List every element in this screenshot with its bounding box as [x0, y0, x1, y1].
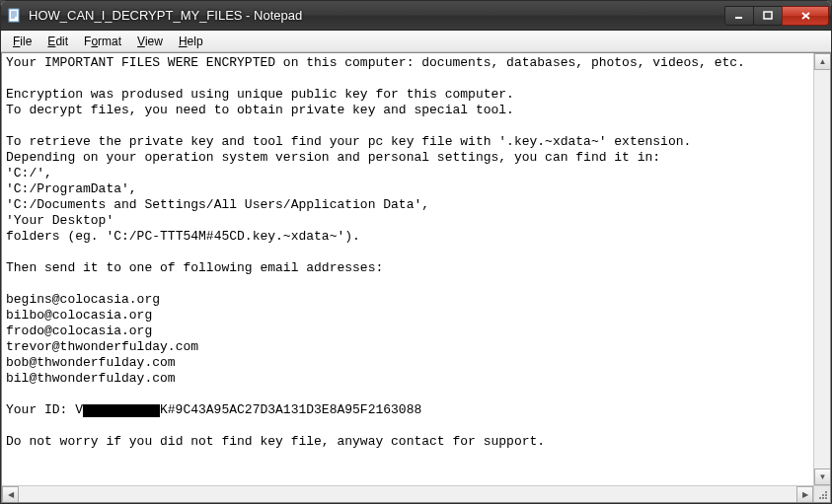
- menubar: File Edit Format View Help: [1, 31, 831, 52]
- scroll-down-button[interactable]: ▼: [814, 468, 831, 485]
- text-line: Do not worry if you did not find key fil…: [6, 434, 545, 449]
- text-area[interactable]: Your IMPORTANT FILES WERE ENCRYPTED on t…: [2, 53, 813, 485]
- text-line: 'Your Desktop': [6, 213, 113, 228]
- text-line: frodo@colocasia.org: [6, 324, 152, 338]
- scroll-right-button[interactable]: ▶: [796, 486, 813, 503]
- scroll-track-h[interactable]: [19, 486, 796, 502]
- menu-edit[interactable]: Edit: [39, 33, 76, 50]
- text-line: Depending on your operation system versi…: [6, 150, 660, 165]
- text-line: Encryption was prodused using unique pub…: [6, 87, 514, 102]
- menu-help[interactable]: Help: [171, 33, 211, 50]
- text-line: To retrieve the private key and tool fin…: [6, 134, 691, 149]
- titlebar[interactable]: HOW_CAN_I_DECRYPT_MY_FILES - Notepad: [1, 1, 831, 31]
- menu-view[interactable]: View: [129, 33, 171, 50]
- redacted-block: [83, 404, 160, 417]
- menu-format[interactable]: Format: [76, 33, 129, 50]
- text-line: To decrypt files, you need to obtain pri…: [6, 103, 514, 117]
- text-line: Then send it to one of following email a…: [6, 260, 383, 275]
- vertical-scrollbar[interactable]: ▲ ▼: [813, 53, 830, 485]
- horizontal-scrollbar[interactable]: ◀ ▶: [2, 485, 813, 502]
- text-line: 'C:/ProgramData',: [6, 181, 137, 196]
- window-controls: [725, 6, 829, 26]
- id-suffix: K#9C43A95AC27D3A131D3E8A95F2163088: [160, 402, 421, 417]
- scroll-left-button[interactable]: ◀: [2, 486, 19, 503]
- text-line: folders (eg. 'C:/PC-TTT54M#45CD.key.~xda…: [6, 229, 360, 244]
- maximize-button[interactable]: [753, 6, 783, 26]
- notepad-window: HOW_CAN_I_DECRYPT_MY_FILES - Notepad Fil…: [0, 0, 832, 504]
- close-button[interactable]: [782, 6, 829, 26]
- svg-rect-6: [764, 12, 772, 19]
- window-title: HOW_CAN_I_DECRYPT_MY_FILES - Notepad: [29, 8, 725, 23]
- text-line: 'C:/',: [6, 166, 52, 180]
- resize-grip[interactable]: [813, 485, 830, 502]
- menu-file[interactable]: File: [5, 33, 39, 50]
- notepad-icon: [7, 8, 23, 24]
- text-area-container: Your IMPORTANT FILES WERE ENCRYPTED on t…: [1, 52, 831, 503]
- id-prefix: Your ID: V: [6, 402, 83, 417]
- text-line: begins@colocasia.org: [6, 292, 160, 307]
- text-line: bob@thwonderfulday.com: [6, 355, 176, 370]
- text-line: 'C:/Documents and Settings/All Users/App…: [6, 197, 429, 212]
- scroll-up-button[interactable]: ▲: [814, 53, 831, 70]
- text-line: trevor@thwonderfulday.com: [6, 339, 198, 354]
- minimize-button[interactable]: [724, 6, 754, 26]
- text-line: bil@thwonderfulday.com: [6, 371, 176, 386]
- scroll-track-v[interactable]: [814, 70, 830, 468]
- grip-icon: [818, 490, 828, 500]
- text-line: Your IMPORTANT FILES WERE ENCRYPTED on t…: [6, 55, 745, 70]
- text-line: bilbo@colocasia.org: [6, 308, 152, 323]
